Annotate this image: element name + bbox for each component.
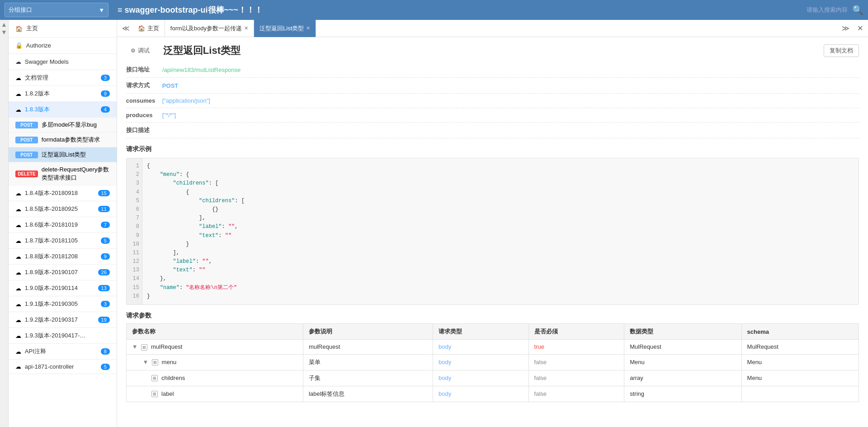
req-type-value: body [439, 343, 451, 350]
sidebar-section-v189[interactable]: ☁ 1.8.9版本-20190107 26 [9, 265, 117, 280]
param-desc-cell: label标签信息 [303, 386, 433, 402]
sidebar-section-v189-label: 1.8.9版本-20190107 [25, 268, 78, 276]
param-required-cell: false [528, 386, 624, 402]
debug-tab[interactable]: ⚙ 调试 [126, 44, 154, 57]
api-item-generic-list-label: 泛型返回List类型 [42, 151, 86, 159]
api-item-delete-label: delete-RequestQuery参数类型请求接口 [42, 166, 110, 182]
sidebar-section-v192[interactable]: ☁ 1.9.2版本-20190317 19 [9, 312, 117, 328]
param-schema-cell: Menu [741, 354, 859, 370]
sidebar-section-v190-badge: 13 [98, 285, 110, 291]
param-name: menu [162, 359, 177, 365]
param-name-cell: ⊞ childrens [126, 370, 303, 386]
sidebar-section-v183-label: 1.8.3版本 [25, 105, 50, 114]
sidebar-section-v193-label: 1.9.3版本-20190417-我的长度很长啊我很长 [25, 332, 88, 340]
tabs-prev-button[interactable]: ≪ [119, 23, 132, 33]
copy-doc-button[interactable]: 复制文档 [824, 44, 859, 57]
sidebar-item-swagger-models[interactable]: ☁ Swagger Models [9, 54, 117, 70]
method-badge-post-3: POST [15, 152, 38, 158]
cloud-icon-v186: ☁ [15, 222, 21, 228]
sidebar-section-v186[interactable]: ☁ 1.8.6版本-20181019 7 [9, 217, 117, 233]
tab-home[interactable]: 🏠 主页 [132, 20, 165, 37]
page-content-area: ⚙ 调试 泛型返回List类型 复制文档 接口地址 /api/new183/mu… [117, 37, 868, 427]
sidebar-section-v186-label: 1.8.6版本-20181019 [25, 221, 78, 229]
tab-form-body[interactable]: form以及body参数一起传递 ✕ [165, 20, 254, 37]
app-title: ≡ swagger-bootstrap-ui很棒~~~！！！ [113, 5, 802, 15]
params-table: 参数名称 参数说明 请求类型 是否必须 数据类型 schema ▼ ⊞ [126, 323, 859, 402]
sidebar-section-v185[interactable]: ☁ 1.8.5版本-20180925 11 [9, 201, 117, 217]
sidebar-section-v187-badge: 5 [101, 237, 110, 244]
tab-generic-list[interactable]: 泛型返回List类型 ✕ [254, 20, 316, 37]
sidebar-section-v184[interactable]: ☁ 1.8.4版本-20180918 15 [9, 185, 117, 201]
sidebar-section-v185-label: 1.8.5版本-20180925 [25, 205, 78, 213]
tabs-bar: ≪ 🏠 主页 form以及body参数一起传递 ✕ 泛型返回List类型 ✕ ≫… [117, 20, 868, 37]
sidebar-section-api-1871[interactable]: ☁ api-1871-controller 5 [9, 360, 117, 374]
tabs-close-all-button[interactable]: ✕ [854, 23, 866, 33]
sidebar-section-v190[interactable]: ☁ 1.9.0版本-20190114 13 [9, 280, 117, 296]
cloud-icon-v183: ☁ [15, 106, 21, 113]
chevron-down-icon: ▼ [99, 7, 104, 14]
col-header-required: 是否必须 [528, 324, 624, 340]
sidebar: 🏠 主页 🔒 Authorize ☁ Swagger Models ☁ 文档管理… [9, 20, 117, 427]
sidebar-home-label: 主页 [26, 24, 38, 33]
param-required-cell: false [528, 354, 624, 370]
api-item-formdata[interactable]: POST formdata参数类型请求 [9, 133, 117, 147]
params-table-header-row: 参数名称 参数说明 请求类型 是否必须 数据类型 schema [126, 324, 859, 340]
home-tab-icon: 🏠 [138, 25, 145, 32]
param-data-type-cell: Menu [624, 354, 741, 370]
group-select[interactable]: 分组接口 ▼ [5, 3, 108, 17]
sidebar-section-api-notes[interactable]: ☁ API注释 8 [9, 344, 117, 360]
api-item-multi-model[interactable]: POST 多层model不显示bug [9, 118, 117, 133]
cloud-icon-v185: ☁ [15, 206, 21, 213]
models-icon: ☁ [15, 58, 21, 65]
tab-form-body-close[interactable]: ✕ [244, 25, 248, 31]
param-schema-cell: MulRequest [741, 340, 859, 355]
param-name-cell: ▼ ⊞ mulRequest [126, 340, 303, 355]
sidebar-section-v188-label: 1.8.8版本-20181208 [25, 252, 78, 261]
sidebar-section-v189-badge: 26 [98, 269, 110, 275]
tabs-next-button[interactable]: ≫ [839, 23, 852, 33]
scroll-up-button[interactable]: ▲ [1, 21, 7, 28]
produces-label: produces [126, 112, 158, 119]
sidebar-section-v191[interactable]: ☁ 1.9.1版本-20190305 3 [9, 296, 117, 312]
expand-icon[interactable]: ▼ [132, 343, 138, 350]
sidebar-section-v188[interactable]: ☁ 1.8.8版本-20181208 9 [9, 249, 117, 265]
expand-icon[interactable]: ▼ [142, 359, 148, 365]
sidebar-section-api-1871-label: api-1871-controller [25, 363, 74, 370]
method-badge-delete: DELETE [15, 171, 38, 177]
api-address-value: /api/new183/mulListResponse [162, 66, 241, 73]
sidebar-section-v185-badge: 11 [98, 206, 110, 212]
table-row: ⊞ label label标签信息 body false string [126, 386, 859, 402]
param-name-cell: ⊞ label [126, 386, 303, 402]
sidebar-item-home[interactable]: 🏠 主页 [9, 20, 117, 38]
sidebar-section-v183[interactable]: ☁ 1.8.3版本 4 [9, 102, 117, 118]
param-required-cell: false [528, 370, 624, 386]
search-placeholder-text: 请输入搜索内容 [807, 6, 848, 14]
sidebar-item-authorize[interactable]: 🔒 Authorize [9, 38, 117, 54]
cloud-icon-v192: ☁ [15, 317, 21, 323]
sidebar-section-v182[interactable]: ☁ 1.8.2版本 9 [9, 86, 117, 102]
cloud-icon-v182: ☁ [15, 90, 21, 97]
scroll-down-button[interactable]: ▼ [1, 28, 7, 36]
param-name: childrens [161, 375, 185, 381]
param-data-type-cell: string [624, 386, 741, 402]
sidebar-section-v191-label: 1.9.1版本-20190305 [25, 300, 78, 308]
sidebar-section-api-notes-label: API注释 [25, 347, 46, 356]
sidebar-section-doc-mgmt[interactable]: ☁ 文档管理 3 [9, 70, 117, 86]
search-button[interactable]: 🔍 [852, 5, 863, 15]
produces-section: produces ["*/*"] [126, 108, 859, 123]
tab-generic-list-close[interactable]: ✕ [306, 25, 310, 31]
page-title: 泛型返回List类型 [163, 44, 241, 57]
sidebar-section-v187[interactable]: ☁ 1.8.7版本-20181105 5 [9, 233, 117, 249]
api-item-generic-list[interactable]: POST 泛型返回List类型 [9, 147, 117, 162]
sidebar-section-v192-badge: 19 [98, 317, 110, 323]
sidebar-section-v190-label: 1.9.0版本-20190114 [25, 284, 78, 292]
sidebar-section-v193[interactable]: ☁ 1.9.3版本-20190417-我的长度很长啊我很长 [9, 328, 117, 344]
interface-desc-section: 接口描述 [126, 123, 859, 138]
param-req-type-cell: body [433, 370, 529, 386]
tab-generic-list-label: 泛型返回List类型 [259, 24, 304, 33]
api-item-delete[interactable]: DELETE delete-RequestQuery参数类型请求接口 [9, 162, 117, 185]
tab-form-body-label: form以及body参数一起传递 [170, 24, 242, 33]
table-row: ▼ ⊞ menu 菜单 body false Menu Menu [126, 354, 859, 370]
col-header-schema: schema [741, 324, 859, 340]
debug-tab-label: 调试 [138, 47, 150, 55]
